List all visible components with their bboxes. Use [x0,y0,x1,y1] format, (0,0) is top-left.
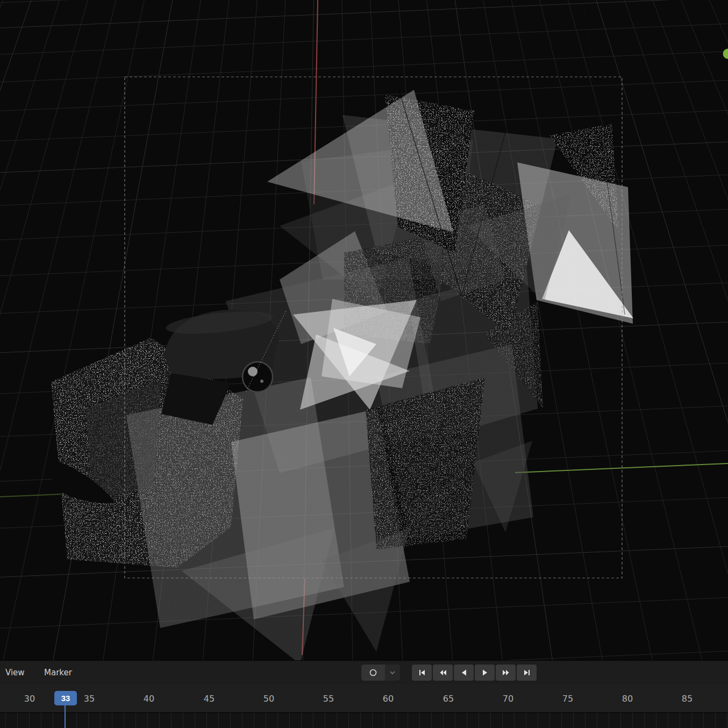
3d-viewport[interactable] [0,0,728,660]
ruler-frame-label: 35 [84,693,95,703]
circle-icon [369,668,377,677]
ruler-frame-label: 30 [24,693,35,703]
jump-to-end-button[interactable] [517,665,537,681]
eye-glint [260,380,263,383]
ruler-frame-label: 55 [323,693,334,703]
play-reverse-button[interactable] [454,665,474,681]
play-reverse-icon [460,668,468,677]
chevron-down-icon [389,669,396,676]
ruler-frame-label: 65 [443,693,454,703]
grid-line [0,80,728,111]
ruler-frame-label: 50 [263,693,274,703]
timeline-header: View Marker [0,660,728,684]
playback-controls [412,665,537,681]
grid-line [0,0,728,28]
playhead-line[interactable] [65,705,66,728]
grid-line [0,0,728,3]
blender-window: View Marker [0,0,728,728]
ruler-frame-label: 75 [562,693,573,703]
jump-to-start-button[interactable] [412,665,432,681]
previous-keyframe-icon [439,668,447,677]
ruler-frame-label: 40 [144,693,154,703]
ruler-frame-label: 70 [503,693,513,703]
next-keyframe-button[interactable] [496,665,516,681]
viewport-canvas [0,0,728,660]
ruler-frame-label: 80 [622,693,633,703]
ruler-frame-label: 85 [682,693,693,703]
jump-to-start-icon [418,668,426,677]
ruler-frame-label: 60 [383,693,394,703]
play-button[interactable] [475,665,495,681]
grid-line [0,651,728,660]
previous-keyframe-button[interactable] [433,665,453,681]
timeline-ruler[interactable]: 30 35 40 45 50 55 60 65 70 75 80 85 33 [0,684,728,712]
ruler-frame-label: 45 [204,693,215,703]
current-frame-indicator[interactable]: 33 [54,691,77,705]
eye [242,362,273,392]
green-dot [723,49,728,59]
jump-to-end-icon [523,668,531,677]
play-icon [481,668,489,677]
grid-line [0,52,728,82]
circle-toggle-button[interactable] [361,665,385,681]
menu-marker[interactable]: Marker [39,661,77,684]
playback-filter-group [361,665,400,681]
y-axis-line [515,463,728,473]
timeline-track-area[interactable] [0,712,728,728]
filter-dropdown-button[interactable] [385,665,400,681]
next-keyframe-icon [502,668,510,677]
menu-view[interactable]: View [0,661,30,684]
